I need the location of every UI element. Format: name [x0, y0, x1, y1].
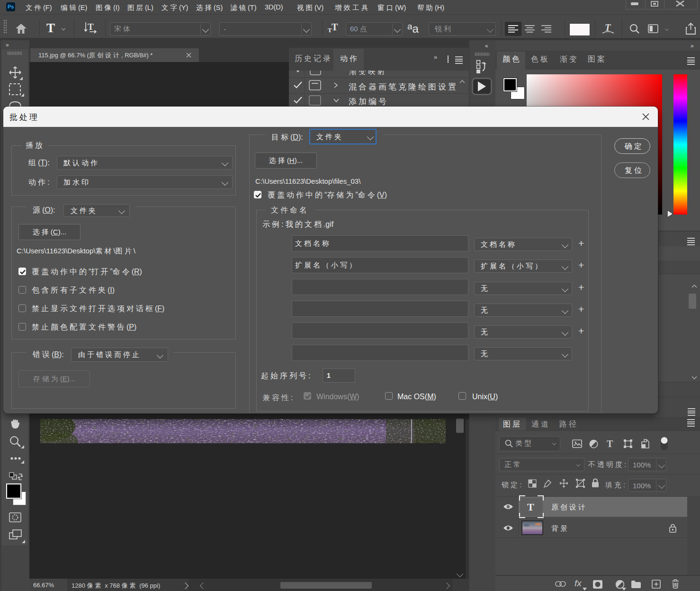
svg-text:T: T: [88, 22, 94, 32]
